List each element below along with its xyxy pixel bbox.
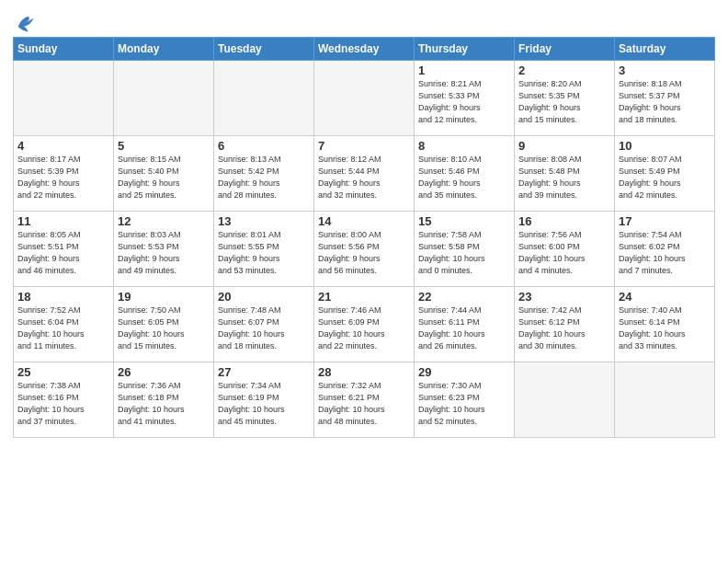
day-number: 18 [17,290,109,304]
day-number: 16 [518,214,610,228]
day-number: 25 [17,365,109,379]
calendar-cell: 1Sunrise: 8:21 AM Sunset: 5:33 PM Daylig… [415,61,515,136]
calendar-cell [214,61,314,136]
weekday-header-wednesday: Wednesday [314,38,415,61]
day-info: Sunrise: 7:46 AM Sunset: 6:09 PM Dayligh… [318,304,410,352]
day-info: Sunrise: 8:10 AM Sunset: 5:46 PM Dayligh… [418,154,510,201]
day-info: Sunrise: 7:50 AM Sunset: 6:05 PM Dayligh… [118,304,210,352]
day-number: 22 [418,290,510,304]
day-number: 20 [218,290,310,304]
day-info: Sunrise: 8:05 AM Sunset: 5:51 PM Dayligh… [17,229,109,277]
calendar-cell: 21Sunrise: 7:46 AM Sunset: 6:09 PM Dayli… [314,287,415,362]
calendar-week-row: 4Sunrise: 8:17 AM Sunset: 5:39 PM Daylig… [14,136,715,212]
day-number: 12 [118,214,210,228]
day-number: 23 [518,290,610,304]
day-info: Sunrise: 8:18 AM Sunset: 5:37 PM Dayligh… [619,78,711,126]
day-number: 26 [118,365,210,379]
calendar-cell: 8Sunrise: 8:10 AM Sunset: 5:46 PM Daylig… [415,136,515,212]
day-number: 27 [218,365,310,379]
day-number: 3 [619,63,711,77]
calendar-cell: 12Sunrise: 8:03 AM Sunset: 5:53 PM Dayli… [114,212,214,287]
day-info: Sunrise: 7:54 AM Sunset: 6:02 PM Dayligh… [619,229,711,277]
day-number: 10 [619,139,711,153]
calendar-cell: 2Sunrise: 8:20 AM Sunset: 5:35 PM Daylig… [515,61,615,136]
day-info: Sunrise: 8:07 AM Sunset: 5:49 PM Dayligh… [619,154,711,201]
calendar-cell [515,362,615,438]
day-info: Sunrise: 8:17 AM Sunset: 5:39 PM Dayligh… [17,154,109,201]
day-number: 19 [118,290,210,304]
calendar-cell: 11Sunrise: 8:05 AM Sunset: 5:51 PM Dayli… [14,212,114,287]
day-number: 8 [418,139,510,153]
calendar-cell: 18Sunrise: 7:52 AM Sunset: 6:04 PM Dayli… [14,287,114,362]
calendar-cell [14,61,114,136]
day-info: Sunrise: 7:58 AM Sunset: 5:58 PM Dayligh… [418,229,510,277]
calendar-week-row: 18Sunrise: 7:52 AM Sunset: 6:04 PM Dayli… [14,287,715,362]
weekday-header-tuesday: Tuesday [214,38,314,61]
day-info: Sunrise: 8:20 AM Sunset: 5:35 PM Dayligh… [518,78,610,126]
day-number: 9 [518,139,610,153]
day-number: 17 [619,214,711,228]
day-info: Sunrise: 7:56 AM Sunset: 6:00 PM Dayligh… [518,229,610,277]
day-number: 24 [619,290,711,304]
day-number: 5 [118,139,210,153]
day-info: Sunrise: 8:03 AM Sunset: 5:53 PM Dayligh… [118,229,210,277]
calendar-cell: 23Sunrise: 7:42 AM Sunset: 6:12 PM Dayli… [515,287,615,362]
calendar-cell: 13Sunrise: 8:01 AM Sunset: 5:55 PM Dayli… [214,212,314,287]
day-info: Sunrise: 7:30 AM Sunset: 6:23 PM Dayligh… [418,380,510,428]
weekday-header-row: SundayMondayTuesdayWednesdayThursdayFrid… [14,38,715,61]
calendar-week-row: 11Sunrise: 8:05 AM Sunset: 5:51 PM Dayli… [14,212,715,287]
day-info: Sunrise: 7:32 AM Sunset: 6:21 PM Dayligh… [318,380,410,428]
day-number: 7 [318,139,410,153]
day-number: 15 [418,214,510,228]
calendar-cell: 19Sunrise: 7:50 AM Sunset: 6:05 PM Dayli… [114,287,214,362]
calendar-cell [314,61,415,136]
day-info: Sunrise: 8:15 AM Sunset: 5:40 PM Dayligh… [118,154,210,201]
weekday-header-monday: Monday [114,38,214,61]
calendar-week-row: 1Sunrise: 8:21 AM Sunset: 5:33 PM Daylig… [14,61,715,136]
calendar-cell: 6Sunrise: 8:13 AM Sunset: 5:42 PM Daylig… [214,136,314,212]
day-number: 4 [17,139,109,153]
calendar-cell: 9Sunrise: 8:08 AM Sunset: 5:48 PM Daylig… [515,136,615,212]
calendar-cell: 29Sunrise: 7:30 AM Sunset: 6:23 PM Dayli… [415,362,515,438]
day-info: Sunrise: 7:52 AM Sunset: 6:04 PM Dayligh… [17,304,109,352]
day-number: 29 [418,365,510,379]
day-info: Sunrise: 8:01 AM Sunset: 5:55 PM Dayligh… [218,229,310,277]
calendar-cell: 28Sunrise: 7:32 AM Sunset: 6:21 PM Dayli… [314,362,415,438]
calendar-cell: 14Sunrise: 8:00 AM Sunset: 5:56 PM Dayli… [314,212,415,287]
calendar-cell: 22Sunrise: 7:44 AM Sunset: 6:11 PM Dayli… [415,287,515,362]
page-container: SundayMondayTuesdayWednesdayThursdayFrid… [0,0,728,445]
day-info: Sunrise: 7:42 AM Sunset: 6:12 PM Dayligh… [518,304,610,352]
header [13,9,715,33]
day-number: 28 [318,365,410,379]
day-info: Sunrise: 7:34 AM Sunset: 6:19 PM Dayligh… [218,380,310,428]
calendar-cell: 16Sunrise: 7:56 AM Sunset: 6:00 PM Dayli… [515,212,615,287]
weekday-header-thursday: Thursday [415,38,515,61]
calendar-cell [114,61,214,136]
logo [13,13,35,33]
calendar-cell [615,362,715,438]
day-info: Sunrise: 7:40 AM Sunset: 6:14 PM Dayligh… [619,304,711,352]
calendar-cell: 25Sunrise: 7:38 AM Sunset: 6:16 PM Dayli… [14,362,114,438]
calendar-cell: 26Sunrise: 7:36 AM Sunset: 6:18 PM Dayli… [114,362,214,438]
calendar-table: SundayMondayTuesdayWednesdayThursdayFrid… [13,37,715,438]
weekday-header-sunday: Sunday [14,38,114,61]
calendar-cell: 15Sunrise: 7:58 AM Sunset: 5:58 PM Dayli… [415,212,515,287]
day-number: 1 [418,63,510,77]
day-number: 11 [17,214,109,228]
day-number: 14 [318,214,410,228]
day-info: Sunrise: 7:48 AM Sunset: 6:07 PM Dayligh… [218,304,310,352]
day-number: 21 [318,290,410,304]
day-info: Sunrise: 7:36 AM Sunset: 6:18 PM Dayligh… [118,380,210,428]
day-info: Sunrise: 7:44 AM Sunset: 6:11 PM Dayligh… [418,304,510,352]
day-info: Sunrise: 7:38 AM Sunset: 6:16 PM Dayligh… [17,380,109,428]
calendar-cell: 17Sunrise: 7:54 AM Sunset: 6:02 PM Dayli… [615,212,715,287]
weekday-header-friday: Friday [515,38,615,61]
day-number: 13 [218,214,310,228]
calendar-cell: 4Sunrise: 8:17 AM Sunset: 5:39 PM Daylig… [14,136,114,212]
day-number: 6 [218,139,310,153]
day-info: Sunrise: 8:08 AM Sunset: 5:48 PM Dayligh… [518,154,610,201]
logo-bird-icon [15,13,35,33]
weekday-header-saturday: Saturday [615,38,715,61]
calendar-cell: 5Sunrise: 8:15 AM Sunset: 5:40 PM Daylig… [114,136,214,212]
calendar-cell: 24Sunrise: 7:40 AM Sunset: 6:14 PM Dayli… [615,287,715,362]
